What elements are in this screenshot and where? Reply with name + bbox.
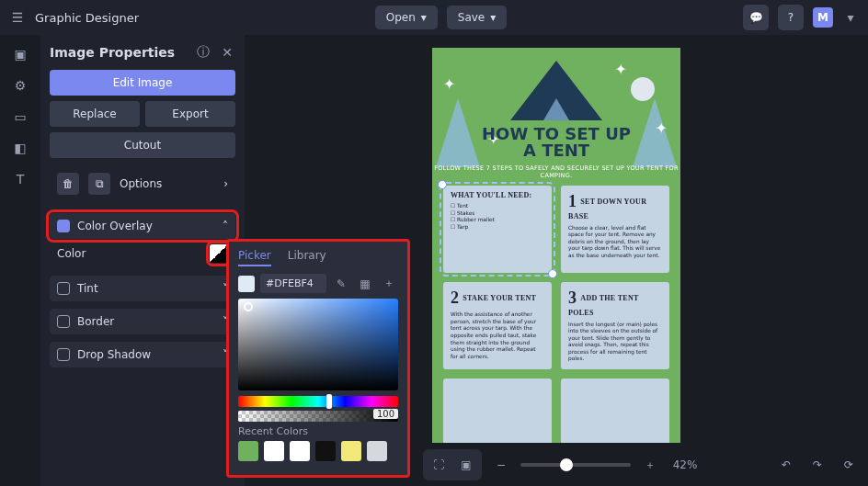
current-color-swatch (238, 276, 255, 292)
card-body: With the assistance of another person, s… (451, 311, 544, 360)
hamburger-icon[interactable]: ☰ (9, 9, 26, 26)
tool-rail: ▣ ⚙ ▭ ◧ T (0, 35, 40, 486)
info-icon[interactable]: ⓘ (195, 44, 211, 61)
fullscreen-icon[interactable]: ⛶ (427, 453, 451, 477)
panel-title: Image Properties (50, 45, 188, 60)
card-step-5[interactable] (561, 379, 669, 443)
hex-input[interactable] (260, 274, 326, 293)
avatar-initial: M (817, 11, 828, 24)
border-checkbox[interactable] (57, 315, 70, 328)
replace-button[interactable]: Replace (50, 101, 140, 127)
options-row[interactable]: 🗑 ⧉ Options › (50, 167, 235, 200)
card-step-4[interactable] (443, 379, 552, 443)
sv-handle[interactable] (244, 302, 253, 311)
card-body: Insert the longest (or main) poles into … (568, 322, 662, 363)
hue-slider[interactable] (238, 396, 398, 407)
card-needs[interactable]: WHAT YOU'LL NEED: ☐ Tent ☐ Stakes ☐ Rubb… (443, 186, 552, 273)
open-menu[interactable]: Open ▾ (375, 6, 438, 29)
document-page[interactable]: ✦ ✦ ✦ ✦ HOW TO SET UP A TENT FOLLOW THES… (432, 48, 680, 443)
save-label: Save (458, 11, 485, 24)
shapes-tool-icon[interactable]: ◧ (12, 140, 29, 156)
sparkle-icon: ✦ (615, 61, 627, 78)
save-menu[interactable]: Save ▾ (447, 6, 508, 29)
duplicate-icon[interactable]: ⧉ (88, 173, 110, 195)
color-label: Color (57, 247, 86, 260)
trash-icon[interactable]: 🗑 (57, 173, 79, 195)
card-body: Choose a clear, level and flat space for… (568, 225, 662, 260)
page-tool-icon[interactable]: ▭ (12, 108, 29, 125)
hue-handle[interactable] (326, 394, 332, 409)
tint-label: Tint (77, 282, 215, 295)
redo-icon[interactable]: ↷ (805, 453, 829, 477)
comment-icon: 💬 (749, 11, 763, 24)
fit-icon[interactable]: ▣ (454, 453, 478, 477)
doc-title-l2: A TENT (432, 142, 680, 159)
card-heading: WHAT YOU'LL NEED: (451, 191, 544, 200)
color-overlay-label: Color Overlay (77, 220, 215, 232)
bottom-toolbar: ⛶ ▣ − ＋ 42% ↶ ↷ ⟳ (423, 449, 861, 480)
card-heading: ADD THE TENT POLES (568, 288, 662, 319)
recent-swatch[interactable] (264, 441, 284, 461)
chevron-down-icon: ▾ (421, 11, 427, 24)
color-swatch-button[interactable] (210, 244, 228, 263)
adjust-tool-icon[interactable]: ⚙ (12, 77, 29, 94)
color-picker-popup: Picker Library ✎ ▦ ＋ 100 Recent Colors (226, 239, 410, 478)
undo-icon[interactable]: ↶ (774, 453, 798, 477)
close-icon[interactable]: ✕ (219, 44, 235, 61)
avatar[interactable]: M (813, 7, 833, 28)
color-overlay-section[interactable]: Color Overlay ˄ (50, 213, 235, 239)
zoom-handle[interactable] (560, 458, 573, 471)
export-button[interactable]: Export (145, 101, 235, 127)
edit-image-button[interactable]: Edit Image (50, 70, 235, 96)
card-step-1[interactable]: SET DOWN YOUR BASE Choose a clear, level… (561, 186, 669, 273)
options-label: Options (120, 177, 214, 190)
recent-colors-label: Recent Colors (238, 425, 398, 437)
zoom-in-icon[interactable]: ＋ (638, 453, 662, 477)
card-step-3[interactable]: ADD THE TENT POLES Insert the longest (o… (561, 282, 669, 369)
grid-icon[interactable]: ▦ (356, 275, 374, 293)
recent-swatch[interactable] (238, 441, 258, 461)
app-title: Graphic Designer (35, 11, 139, 25)
doc-title: HOW TO SET UP A TENT (432, 126, 680, 159)
zoom-slider[interactable] (520, 463, 631, 467)
card-heading: STAKE YOUR TENT (451, 288, 544, 309)
dropshadow-section[interactable]: Drop Shadow ˅ (50, 342, 235, 367)
saturation-field[interactable] (238, 299, 398, 390)
zoom-out-icon[interactable]: − (489, 453, 513, 477)
open-label: Open (386, 11, 416, 24)
add-icon[interactable]: ＋ (380, 275, 398, 293)
recent-swatch[interactable] (315, 441, 336, 461)
alpha-slider[interactable]: 100 (238, 411, 398, 422)
chevron-up-icon: ˄ (223, 220, 228, 232)
tent-flap-graphic (543, 98, 569, 120)
recent-swatch[interactable] (367, 441, 387, 461)
text-tool-icon[interactable]: T (12, 171, 29, 187)
zoom-value: 42% (669, 458, 701, 471)
cutout-button[interactable]: Cutout (50, 132, 235, 158)
image-tool-icon[interactable]: ▣ (12, 46, 29, 62)
tint-section[interactable]: Tint ˅ (50, 276, 235, 301)
properties-panel: Image Properties ⓘ ✕ Edit Image Replace … (40, 35, 245, 486)
tint-checkbox[interactable] (57, 282, 70, 295)
card-step-2[interactable]: STAKE YOUR TENT With the assistance of a… (443, 282, 552, 369)
chevron-right-icon: › (223, 177, 228, 190)
picker-tab[interactable]: Picker (238, 249, 271, 266)
history-icon[interactable]: ⟳ (837, 453, 861, 477)
border-label: Border (77, 315, 215, 328)
help-button[interactable]: ? (778, 5, 804, 30)
border-section[interactable]: Border ˅ (50, 309, 235, 334)
feedback-button[interactable]: 💬 (743, 5, 769, 30)
dropshadow-checkbox[interactable] (57, 348, 70, 361)
recent-swatch[interactable] (341, 441, 361, 461)
library-tab[interactable]: Library (288, 249, 326, 266)
color-overlay-checkbox[interactable] (57, 220, 70, 232)
eyedropper-icon[interactable]: ✎ (332, 275, 350, 293)
alpha-value: 100 (373, 409, 398, 419)
recent-swatch[interactable] (290, 441, 310, 461)
recent-colors (238, 441, 398, 461)
chevron-down-icon[interactable]: ▾ (842, 9, 859, 26)
dropshadow-label: Drop Shadow (77, 348, 215, 361)
chevron-down-icon: ▾ (490, 11, 496, 24)
moon-graphic (631, 77, 655, 101)
card-heading: SET DOWN YOUR BASE (568, 191, 662, 222)
